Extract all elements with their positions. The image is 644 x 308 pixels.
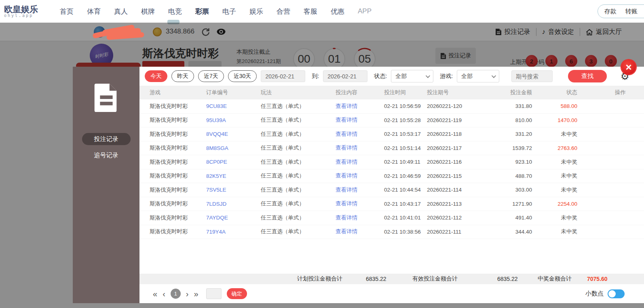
- win-total-label: 中奖金额合计: [538, 275, 587, 283]
- cell-status: 未中奖: [532, 158, 577, 166]
- search-button[interactable]: 查找: [568, 70, 607, 82]
- redaction-scribble: [92, 23, 151, 40]
- order-number-link[interactable]: 8M8SGA: [206, 145, 261, 151]
- nav-item[interactable]: 客服: [301, 4, 320, 19]
- order-number-link[interactable]: 7LDSJD: [206, 201, 261, 207]
- order-number-link[interactable]: 95U39A: [206, 117, 261, 123]
- wallet-actions-pill: 存款转账取款: [598, 4, 644, 18]
- modal-sidebar: 投注记录追号记录: [73, 67, 139, 303]
- order-number-link[interactable]: 719Y4A: [206, 229, 261, 235]
- nav-item[interactable]: 真人: [112, 4, 130, 19]
- cell-amount: 344.40: [488, 229, 532, 235]
- period-search-input[interactable]: [511, 70, 553, 82]
- column-header: 投注时间: [384, 89, 427, 96]
- table-row: 斯洛伐克时时彩82K5YE任三直选（单式）查看详情02-21 10:46:592…: [139, 169, 644, 184]
- status-select[interactable]: 全部: [391, 70, 433, 82]
- view-details-link[interactable]: 查看详情: [336, 228, 384, 235]
- next-page-button[interactable]: ›: [186, 290, 189, 298]
- chevron-down-icon: [426, 73, 430, 78]
- cell-status: 未中奖: [532, 228, 577, 235]
- view-details-link[interactable]: 查看详情: [336, 116, 384, 124]
- cell-game: 斯洛伐克时时彩: [150, 116, 206, 124]
- order-number-link[interactable]: 7AYDQE: [206, 215, 261, 221]
- nav-item[interactable]: 体育: [84, 4, 103, 19]
- view-details-link[interactable]: 查看详情: [336, 186, 384, 194]
- table-row: 斯洛伐克时时彩7SV5LE任三直选（单式）查看详情02-21 10:44:542…: [139, 183, 644, 197]
- cell-play-type: 任三直选（单式）: [261, 116, 336, 124]
- table-row: 斯洛伐克时时彩95U39A任三直选（单式）查看详情02-21 10:55:282…: [139, 114, 644, 128]
- cell-game: 斯洛伐克时时彩: [150, 228, 206, 235]
- cell-status: 未中奖: [532, 131, 577, 138]
- nav-menu: 首页体育真人棋牌电竞彩票电子娱乐合营客服优惠APP: [57, 4, 374, 19]
- quick-range-button[interactable]: 近7天: [198, 70, 224, 82]
- column-header: 状态: [532, 89, 577, 96]
- quick-range-button[interactable]: 近30天: [228, 70, 257, 82]
- cell-play-type: 任三直选（单式）: [261, 228, 336, 235]
- quick-range-button[interactable]: 今天: [145, 70, 167, 82]
- records-icon: [91, 82, 122, 114]
- last-page-button[interactable]: »: [194, 290, 198, 298]
- nav-item[interactable]: 棋牌: [139, 4, 157, 19]
- chevron-down-icon: [492, 73, 496, 78]
- cell-amount: 1271.90: [488, 201, 532, 207]
- close-modal-button[interactable]: ×: [621, 60, 636, 74]
- cell-amount: 331.20: [488, 131, 532, 137]
- prev-page-button[interactable]: ‹: [163, 290, 165, 298]
- wallet-action[interactable]: 存款: [604, 8, 617, 15]
- bet-records-modal: 投注记录追号记录 今天昨天近7天近30天 到: 状态: 全部 游戏: 全部 查找…: [73, 67, 644, 303]
- nav-item[interactable]: 优惠: [328, 4, 347, 19]
- confirm-page-button[interactable]: 确定: [227, 288, 247, 299]
- nav-item[interactable]: 彩票: [193, 4, 211, 19]
- cell-period: 20260221-112: [427, 215, 488, 221]
- cell-period: 20260221-118: [427, 131, 488, 137]
- game-select[interactable]: 全部: [457, 70, 499, 82]
- valid-total-value: 6835.22: [497, 276, 538, 282]
- nav-item[interactable]: 合营: [274, 4, 293, 19]
- nav-item[interactable]: 电竞: [166, 4, 184, 19]
- table-header: 游戏订单编号玩法投注内容投注时间投注期号投注金额状态操作: [139, 86, 644, 99]
- top-navigation: 欧皇娱乐 ohyl.app 首页体育真人棋牌电竞彩票电子娱乐合营客服优惠APP …: [0, 0, 644, 23]
- wallet-action[interactable]: 转账: [625, 8, 638, 15]
- view-details-link[interactable]: 查看详情: [336, 103, 384, 110]
- cell-period: 20260221-113: [427, 201, 488, 207]
- cell-game: 斯洛伐克时时彩: [150, 200, 206, 207]
- order-number-link[interactable]: 8VQQ4E: [206, 131, 261, 137]
- order-number-link[interactable]: 82K5YE: [206, 173, 261, 179]
- nav-item[interactable]: 首页: [57, 4, 76, 19]
- page-jump-input[interactable]: [206, 288, 222, 299]
- nav-item[interactable]: APP: [355, 5, 374, 18]
- decimal-toggle[interactable]: [608, 289, 625, 298]
- cell-period: 20260221-116: [427, 159, 488, 165]
- view-details-link[interactable]: 查看详情: [336, 144, 384, 152]
- order-number-link[interactable]: 7SV5LE: [206, 187, 261, 193]
- cell-play-type: 任三直选（单式）: [261, 158, 336, 166]
- order-number-link[interactable]: 9CU83E: [206, 103, 261, 109]
- nav-item[interactable]: 电子: [220, 4, 239, 19]
- filter-bar: 今天昨天近7天近30天 到: 状态: 全部 游戏: 全部 查找 ⚙: [139, 67, 644, 86]
- cell-game: 斯洛伐克时时彩: [150, 214, 206, 222]
- date-to-input[interactable]: [323, 70, 367, 82]
- view-details-link[interactable]: 查看详情: [336, 131, 384, 138]
- first-page-button[interactable]: «: [153, 290, 157, 298]
- view-details-link[interactable]: 查看详情: [336, 214, 384, 222]
- modal-sidebar-item[interactable]: 投注记录: [82, 133, 131, 145]
- site-logo[interactable]: 欧皇娱乐 ohyl.app: [4, 5, 57, 18]
- table-row: 斯洛伐克时时彩8VQQ4E任三直选（单式）查看详情02-21 10:53:172…: [139, 127, 644, 141]
- view-details-link[interactable]: 查看详情: [336, 200, 384, 207]
- cell-amount: 331.80: [488, 103, 532, 109]
- view-details-link[interactable]: 查看详情: [336, 158, 384, 166]
- cell-game: 斯洛伐克时时彩: [150, 103, 206, 110]
- table-empty-space: [139, 239, 644, 274]
- nav-item[interactable]: 娱乐: [247, 4, 266, 19]
- cell-amount: 303.00: [488, 187, 532, 193]
- cell-play-type: 任三直选（单式）: [261, 172, 336, 179]
- modal-sidebar-item[interactable]: 追号记录: [82, 149, 131, 161]
- order-number-link[interactable]: 8CP0PE: [206, 159, 261, 165]
- date-from-input[interactable]: [261, 70, 305, 82]
- cell-amount: 1539.72: [488, 145, 532, 151]
- cell-play-type: 任三直选（单式）: [261, 131, 336, 138]
- quick-range-button[interactable]: 昨天: [171, 70, 194, 82]
- table-row: 斯洛伐克时时彩7LDSJD任三直选（单式）查看详情02-21 10:43:172…: [139, 197, 644, 211]
- current-page-badge[interactable]: 1: [171, 289, 181, 299]
- view-details-link[interactable]: 查看详情: [336, 172, 384, 179]
